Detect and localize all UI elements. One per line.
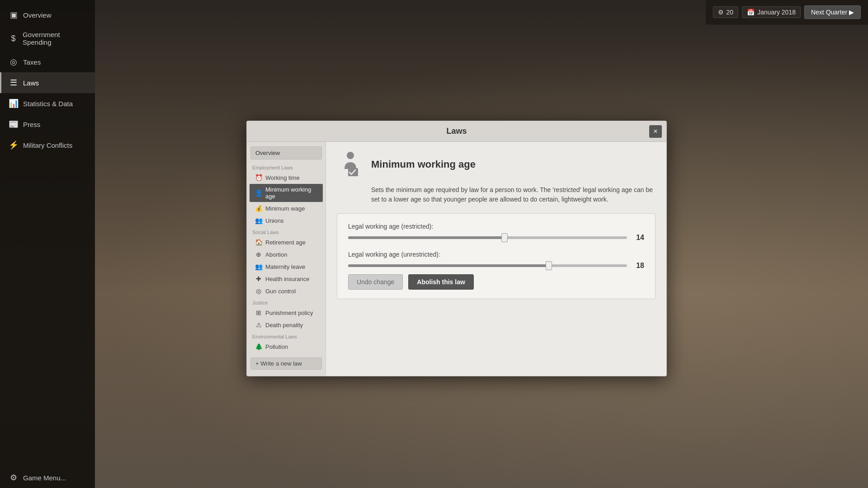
gun-control-label: Gun control: [265, 288, 296, 295]
unions-label: Unions: [265, 217, 283, 224]
laws-nav-item-retirement-age[interactable]: 🏠 Retirement age: [250, 236, 323, 248]
working-time-label: Working time: [265, 174, 300, 181]
gun-control-icon: ◎: [255, 287, 262, 295]
death-penalty-icon: ⚠: [255, 321, 262, 328]
laws-content: Minimum working age Sets the minimum age…: [326, 142, 666, 376]
laws-nav-overview-container: Overview: [250, 146, 322, 160]
retirement-age-label: Retirement age: [265, 239, 306, 246]
laws-nav-item-min-working-age[interactable]: 👤 Minimum working age: [250, 184, 323, 202]
write-new-law-button[interactable]: + Write a new law: [250, 357, 322, 370]
slider-track-container-restricted: 14: [348, 234, 644, 242]
abortion-icon: ⊕: [255, 251, 262, 258]
sliders-panel: Legal working age (restricted): 14 Legal…: [337, 213, 656, 299]
abortion-label: Abortion: [265, 251, 287, 258]
slider-track-restricted[interactable]: [348, 236, 627, 239]
undo-change-button[interactable]: Undo change: [348, 274, 403, 290]
slider-label-unrestricted: Legal working age (unrestricted):: [348, 251, 644, 258]
slider-row-restricted: Legal working age (restricted): 14: [348, 223, 644, 242]
modal-backdrop: Laws × Overview Employment Laws ⏰ Workin…: [0, 0, 868, 488]
abolish-law-button[interactable]: Abolish this law: [408, 274, 474, 290]
pollution-icon: 🌲: [255, 343, 262, 350]
min-wage-label: Minimum wage: [265, 205, 305, 212]
laws-nav-item-gun-control[interactable]: ◎ Gun control: [250, 285, 323, 297]
laws-nav-item-pollution[interactable]: 🌲 Pollution: [250, 341, 323, 352]
modal-title-bar: Laws ×: [247, 121, 666, 142]
min-working-age-icon: 👤: [255, 189, 262, 197]
laws-nav-overview-button[interactable]: Overview: [250, 146, 322, 160]
law-icon-area: [337, 151, 364, 178]
slider-fill-restricted: [348, 236, 505, 239]
laws-modal: Laws × Overview Employment Laws ⏰ Workin…: [246, 121, 667, 376]
working-time-icon: ⏰: [255, 174, 262, 181]
slider-track-container-unrestricted: 18: [348, 262, 644, 270]
slider-value-unrestricted: 18: [632, 262, 644, 270]
laws-nav-section-environmental: Environmental Laws: [247, 331, 326, 340]
slider-row-unrestricted: Legal working age (unrestricted): 18: [348, 251, 644, 270]
modal-body: Overview Employment Laws ⏰ Working time …: [247, 142, 666, 376]
unions-icon: 👥: [255, 217, 262, 224]
slider-label-restricted: Legal working age (restricted):: [348, 223, 644, 230]
law-header: Minimum working age: [337, 151, 656, 178]
law-description: Sets the minimum age required by law for…: [337, 185, 656, 204]
svg-point-0: [347, 152, 354, 159]
laws-nav-section-employment: Employment Laws: [247, 162, 326, 171]
health-insurance-label: Health insurance: [265, 276, 310, 282]
laws-nav-item-maternity-leave[interactable]: 👥 Maternity leave: [250, 261, 323, 272]
maternity-leave-label: Maternity leave: [265, 263, 305, 270]
slider-track-unrestricted[interactable]: [348, 264, 627, 267]
slider-value-restricted: 14: [632, 234, 644, 242]
laws-nav-item-unions[interactable]: 👥 Unions: [250, 215, 323, 226]
punishment-policy-icon: ⊞: [255, 309, 262, 316]
laws-nav-item-death-penalty[interactable]: ⚠ Death penality: [250, 319, 323, 331]
pollution-label: Pollution: [265, 343, 288, 350]
min-wage-icon: 💰: [255, 205, 262, 212]
laws-nav-section-justice: Justice: [247, 297, 326, 306]
law-icon-svg: [338, 151, 363, 178]
min-working-age-label: Minimum working age: [265, 186, 318, 200]
action-buttons: Undo change Abolish this law: [348, 274, 644, 290]
maternity-leave-icon: 👥: [255, 263, 262, 270]
laws-nav: Overview Employment Laws ⏰ Working time …: [247, 142, 326, 376]
laws-nav-section-social: Social Laws: [247, 227, 326, 236]
death-penalty-label: Death penality: [265, 322, 303, 328]
laws-nav-item-abortion[interactable]: ⊕ Abortion: [250, 249, 323, 260]
laws-nav-item-punishment-policy[interactable]: ⊞ Punishment policy: [250, 307, 323, 319]
modal-title: Laws: [446, 127, 467, 136]
slider-fill-unrestricted: [348, 264, 549, 267]
slider-thumb-restricted[interactable]: [501, 233, 508, 242]
slider-thumb-unrestricted[interactable]: [546, 261, 552, 270]
laws-nav-item-min-wage[interactable]: 💰 Minimum wage: [250, 202, 323, 214]
punishment-policy-label: Punishment policy: [265, 310, 313, 316]
laws-nav-item-health-insurance[interactable]: ✚ Health insurance: [250, 273, 323, 285]
modal-close-button[interactable]: ×: [649, 125, 662, 138]
laws-nav-item-working-time[interactable]: ⏰ Working time: [250, 172, 323, 183]
health-insurance-icon: ✚: [255, 275, 262, 282]
retirement-age-icon: 🏠: [255, 239, 262, 246]
law-title: Minimum working age: [371, 159, 476, 170]
